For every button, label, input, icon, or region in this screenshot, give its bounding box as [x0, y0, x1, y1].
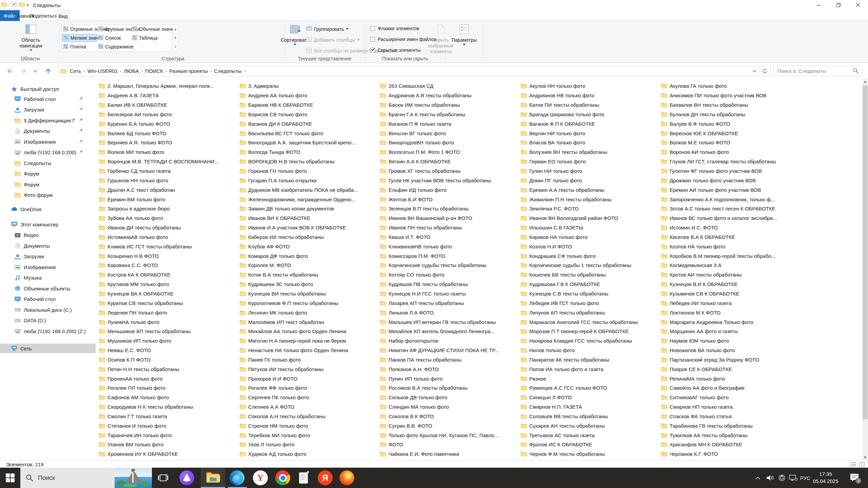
sidebar-item-pc-2[interactable]: Загрузки	[0, 252, 99, 261]
file-item[interactable]: ПронинАА только фото	[99, 374, 237, 383]
file-item[interactable]: Баранов НВ К ОБРАБОТКЕ	[240, 100, 377, 110]
file-item[interactable]: Куропатников Ф.П тексты обработаны	[240, 298, 377, 308]
layout-scroll-up-icon[interactable]: ▲	[173, 25, 178, 34]
file-item[interactable]: ИстоминаАВ только фото	[99, 232, 237, 242]
file-item[interactable]: Гусев НК участник ВОВ тексты обработаны	[380, 176, 518, 185]
file-item[interactable]: Румянцев А.С ГСС только ФОТО	[521, 383, 658, 393]
file-item[interactable]: Кузнецов В.И К ОБРАБОТКЕ	[661, 280, 799, 289]
file-item[interactable]: Гурьянов НН только фото	[99, 176, 237, 185]
file-item[interactable]: Кузнецов Н.И ГСС только газеты	[380, 289, 518, 299]
sidebar-item-2[interactable]: 9 Дифференциация Г	[0, 116, 99, 125]
clock[interactable]: 17:35 05.04.2025	[810, 470, 841, 485]
file-item[interactable]: Попов ИА только фото и газета	[521, 364, 658, 374]
file-item[interactable]: Бахвалов ВН тексты обработаны	[661, 100, 799, 110]
file-item[interactable]: Сафонов АМ только фото	[99, 393, 237, 402]
file-item[interactable]: РепинаМА только фото	[661, 374, 799, 383]
chrome-taskbar-button[interactable]	[272, 468, 294, 488]
file-item[interactable]: Маракасов Анатолий ГСС тексты обработаны	[521, 317, 658, 327]
file-item[interactable]: Власов ВА только фото	[521, 138, 658, 147]
sidebar-item-5[interactable]: люба (\\192.168.0.200)	[0, 148, 99, 157]
file-item[interactable]: Кузнецов ВИ тексты обработаны	[240, 289, 377, 299]
file-item[interactable]: Киселев В.А К ОБРАБОТКЕ	[661, 232, 799, 242]
file-item[interactable]: Васильева ВС ГСТ только фото	[240, 128, 377, 138]
file-item[interactable]: Петухов ИИ тексты обработаны	[240, 364, 377, 374]
file-item[interactable]: Нилов только фото	[521, 346, 658, 355]
layout-option-3[interactable]: Обычные значки	[131, 25, 168, 33]
sidebar-item-pc-3[interactable]: Изображения	[0, 262, 99, 272]
file-item[interactable]: Хроменков ИУ К ОБРАБОТКЕ	[99, 449, 237, 459]
file-item[interactable]: Горюнов ГН только фото	[240, 166, 377, 176]
breadcrumb-separator-icon[interactable]: ›	[140, 68, 144, 74]
file-item[interactable]: Кузнецов С.В тексты обработаны	[521, 289, 658, 299]
file-item[interactable]: Корчагинские судьбы тексты обработаны	[380, 261, 518, 270]
sidebar-item-pc-0[interactable]: Видео	[0, 230, 99, 240]
show-desktop-button[interactable]	[865, 468, 868, 488]
file-item[interactable]: Акулова ГА только фото	[661, 81, 799, 91]
file-item[interactable]: Кошелев БВ тексты обработаны	[521, 270, 658, 280]
sidebar-item-pc-5[interactable]: Объемные объекты	[0, 284, 99, 293]
edge-taskbar-button[interactable]	[225, 468, 249, 488]
file-item[interactable]: Иванов ВН Вашкинский р-он ФОТО	[380, 214, 518, 223]
file-item[interactable]: ВиноргадовВН только фото	[380, 138, 518, 147]
file-item[interactable]: Запросы в адресное бюро	[99, 204, 237, 214]
file-item[interactable]: Космодемьянская З.А	[661, 261, 799, 270]
file-item[interactable]: Малышев ИП ветеран ГВ тексты обработаны	[380, 317, 518, 327]
file-item[interactable]: Кудряшова Г.В К ОБРАБОТКЕ	[521, 280, 658, 289]
close-button[interactable]	[848, 0, 868, 10]
file-item[interactable]: Только фото Крылов НИ, Кутахов ПС, Павло…	[380, 430, 518, 440]
firefox-taskbar-button[interactable]	[336, 468, 357, 488]
file-item[interactable]: Волузнев ВН тексты обработаны	[521, 147, 658, 157]
file-item[interactable]: Смирнов НП только газета	[661, 402, 799, 412]
file-item[interactable]: Полканов А.Н. ФОТО	[380, 364, 518, 374]
usb-device-icon[interactable]	[776, 468, 787, 488]
file-item[interactable]: Мяготин Н.А пионер-герой пока не берем	[240, 336, 377, 346]
file-item[interactable]: Истомин И.С. ФОТО	[661, 223, 799, 232]
file-item[interactable]: Буренин Б.А только ФОТО	[99, 119, 237, 128]
file-item[interactable]: Мушников ИП только фото	[99, 336, 237, 346]
file-item[interactable]: Росляков В.А тексты обработаны	[380, 383, 518, 393]
navigation-pane-button[interactable]: Область навигации	[16, 24, 45, 51]
sidebar-item-pc-9[interactable]: люба (\\192.168.0.200) (Z:)	[0, 326, 99, 336]
recent-locations-icon[interactable]	[31, 63, 39, 79]
file-explorer-taskbar-button[interactable]	[201, 468, 225, 488]
file-item[interactable]: Ваганов Ф.П К ОБРАБОТКЕ	[521, 119, 658, 128]
file-item[interactable]: Заякин ДВ только копии документов	[240, 204, 377, 214]
file-item[interactable]: Иванов ПН тексты обработаны	[380, 223, 518, 232]
file-item[interactable]: ВОРОНЦОВ Н.В тексты обработаны	[240, 157, 377, 166]
tray-expand-icon[interactable]	[753, 468, 763, 488]
file-item[interactable]: Ухов Л только фото	[240, 440, 377, 449]
scroll-down-icon[interactable]: ▼	[862, 454, 868, 460]
file-item[interactable]: Землячка Р.С. ФОТО	[521, 204, 658, 214]
file-item[interactable]: Малозёмов ИП текст обработан	[240, 317, 377, 327]
file-item[interactable]: Назарова Клавдия ГСС тексты обработаны	[521, 336, 658, 346]
file-item[interactable]: Климов ИС ГСТ тексты обработаны	[99, 242, 237, 251]
breadcrumb-separator-icon[interactable]: ›	[209, 68, 213, 74]
file-item[interactable]: Тараничев ИН только фото	[99, 430, 237, 440]
file-item[interactable]: Каберов ИА тексты обработаны	[240, 232, 377, 242]
file-item[interactable]: Коровина С.С. ФОТО	[99, 261, 237, 270]
file-item[interactable]: Клубов АФ ФОТО	[240, 242, 377, 251]
file-item[interactable]: Морозов П.Т пионер-герой К ОБРАБОТКЕ	[521, 327, 658, 336]
layout-more-icon[interactable]: ⊽	[173, 42, 178, 51]
file-item[interactable]: Хрисанфов МН К ОБРАБОТКЕ	[661, 440, 799, 449]
file-item[interactable]: Соколов В.К ФОТО	[380, 412, 518, 421]
file-item[interactable]: Виноградов А.А. защитник Брестской крепо…	[240, 138, 377, 147]
sidebar-item-pc-1[interactable]: Документы	[0, 241, 99, 250]
file-item[interactable]: Панков ПА тексты обработаны	[380, 355, 518, 364]
file-item[interactable]: Гулин НИ только фото	[521, 166, 658, 176]
file-item[interactable]: Липунов АП тексты обработаны	[521, 308, 658, 317]
sidebar-item-7[interactable]: Форум	[0, 169, 99, 179]
new-folder-icon[interactable]	[19, 2, 25, 8]
group-by-button[interactable]: Группировать	[306, 26, 349, 32]
file-item[interactable]: Кириков НА только фото	[521, 232, 658, 242]
file-item[interactable]: Дудников МВ изобретатель ПОКА не обраба.…	[240, 185, 377, 195]
file-item[interactable]: Акулов НН только фото	[521, 81, 658, 91]
address-dropdown-icon[interactable]	[749, 66, 760, 76]
file-item[interactable]: Козлов НА только фото	[661, 242, 799, 251]
file-item[interactable]: Наумов ЮМ только фото	[661, 336, 799, 346]
file-item[interactable]: Панкратов АК тексты обработаны	[521, 355, 658, 364]
file-item[interactable]: Скородумов Н К тексты обработаны	[99, 402, 237, 412]
file-item[interactable]: Лазарев АП тексты обработаны	[380, 298, 518, 308]
sidebar-item-6[interactable]: Следопыты	[0, 158, 99, 168]
file-item[interactable]: Иванов ВН Вологодский район ФОТО	[521, 214, 658, 223]
